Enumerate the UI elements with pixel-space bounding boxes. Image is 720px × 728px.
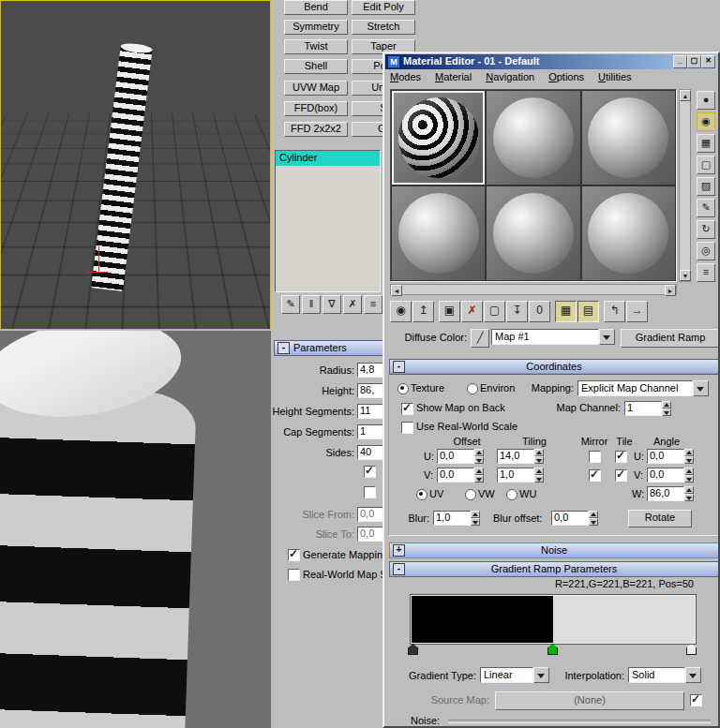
go-to-parent-button[interactable]: ↰: [604, 301, 625, 322]
diffuse-map-dropdown[interactable]: Map #1: [491, 329, 615, 345]
mapping-dropdown[interactable]: Explicit Map Channel: [578, 380, 709, 396]
rotate-button[interactable]: Rotate: [628, 510, 692, 527]
slots-vertical-scrollbar[interactable]: ▲ ▼: [679, 89, 691, 282]
material-map-navigator-button[interactable]: ≡: [697, 263, 715, 282]
v-mirror-checkbox[interactable]: [589, 469, 601, 482]
source-map-button[interactable]: (None): [495, 691, 684, 710]
sample-slot-5[interactable]: [487, 186, 579, 280]
vw-radio[interactable]: [465, 489, 476, 500]
close-button[interactable]: ✕: [701, 55, 715, 68]
show-end-result-button[interactable]: ‖: [302, 295, 321, 314]
texture-radio[interactable]: [398, 383, 409, 394]
modifier-stack-item-cylinder[interactable]: Cylinder: [276, 151, 380, 166]
spinner-arrows-icon[interactable]: [589, 511, 598, 526]
dropdown-arrow-icon[interactable]: [685, 667, 701, 683]
use-real-world-scale-checkbox[interactable]: [401, 422, 413, 434]
u-offset-spinner[interactable]: 0,0: [437, 449, 484, 464]
reset-map-button[interactable]: ✗: [461, 301, 483, 322]
modifier-button-bend[interactable]: Bend: [284, 0, 348, 15]
background-button[interactable]: ▦: [697, 134, 715, 153]
assign-material-to-selection-button[interactable]: ▣: [439, 301, 460, 322]
make-material-copy-button[interactable]: ▢: [484, 301, 505, 322]
minimize-button[interactable]: _: [673, 55, 687, 68]
scroll-right-icon[interactable]: ►: [665, 285, 676, 296]
modifier-button-ffd-2x2x2[interactable]: FFD 2x2x2: [284, 122, 348, 137]
material-editor-titlebar[interactable]: M Material Editor - 01 - Default: [385, 54, 717, 69]
smooth-checkbox[interactable]: [364, 466, 376, 478]
put-material-to-scene-button[interactable]: ↥: [412, 301, 434, 322]
show-map-on-back-checkbox[interactable]: [401, 403, 413, 415]
show-end-result-toggle-button[interactable]: ▤: [578, 301, 599, 322]
v-offset-spinner[interactable]: 0,0: [437, 468, 484, 483]
modifier-button-stretch[interactable]: Stretch: [352, 20, 415, 35]
spinner-arrows-icon[interactable]: [684, 486, 694, 501]
environ-radio[interactable]: [467, 383, 478, 394]
spinner-arrows-icon[interactable]: [534, 449, 544, 464]
v-tiling-spinner[interactable]: 1,0: [497, 468, 544, 483]
sample-uv-tiling-button[interactable]: ▢: [697, 156, 715, 174]
spinner-arrows-icon[interactable]: [474, 449, 484, 464]
viewport-closeup[interactable]: [0, 331, 272, 728]
interpolation-dropdown[interactable]: Solid: [628, 667, 701, 683]
slice-on-checkbox[interactable]: [364, 486, 376, 498]
noise-rollout-header[interactable]: + Noise: [389, 542, 719, 558]
v-tile-checkbox[interactable]: [615, 469, 627, 482]
make-unique-button[interactable]: ∇: [322, 295, 341, 314]
gradient-ramp-rollout-header[interactable]: - Gradient Ramp Parameters: [389, 561, 719, 577]
video-color-check-button[interactable]: ▨: [697, 177, 715, 196]
modifier-button-shell[interactable]: Shell: [284, 59, 348, 74]
v-angle-spinner[interactable]: 0,0: [647, 468, 694, 483]
spinner-arrows-icon[interactable]: [474, 468, 484, 483]
pick-color-eyedropper-icon[interactable]: ╱: [471, 329, 489, 348]
remove-modifier-button[interactable]: ✗: [343, 295, 362, 314]
sample-slot-1[interactable]: [392, 91, 485, 185]
modifier-stack-list[interactable]: Cylinder: [275, 150, 381, 292]
make-preview-button[interactable]: ✎: [697, 199, 715, 217]
sample-slot-3[interactable]: [582, 91, 675, 185]
spinner-arrows-icon[interactable]: [534, 468, 544, 483]
gradient-stop-left[interactable]: [408, 644, 418, 655]
spinner-arrows-icon[interactable]: [684, 449, 694, 464]
uv-radio[interactable]: [416, 489, 428, 500]
modifier-button-edit-poly[interactable]: Edit Poly: [352, 0, 415, 15]
u-angle-spinner[interactable]: 0,0: [647, 449, 694, 464]
u-tile-checkbox[interactable]: [615, 451, 627, 463]
blur-spinner[interactable]: 1,0: [433, 511, 480, 526]
scroll-left-icon[interactable]: ◄: [391, 285, 402, 296]
u-tiling-spinner[interactable]: 14,0: [497, 449, 544, 464]
menu-navigation[interactable]: Navigation: [486, 71, 534, 86]
scroll-down-icon[interactable]: ▼: [680, 270, 691, 281]
sample-type-button[interactable]: ●: [697, 91, 715, 110]
backlight-button[interactable]: ◉: [697, 112, 715, 131]
menu-utilities[interactable]: Utilities: [598, 71, 631, 86]
wu-radio[interactable]: [506, 489, 518, 500]
collapse-icon[interactable]: -: [278, 342, 290, 354]
maximize-button[interactable]: ▢: [687, 55, 701, 68]
modifier-button-symmetry[interactable]: Symmetry: [284, 20, 348, 35]
menu-options[interactable]: Options: [548, 71, 584, 86]
sample-slot-4[interactable]: [392, 186, 485, 280]
modifier-button-twist[interactable]: Twist: [284, 39, 348, 54]
material-id-channel-button[interactable]: 0: [529, 301, 550, 322]
select-by-material-button[interactable]: ◎: [697, 242, 715, 260]
sample-slot-2[interactable]: [487, 91, 579, 185]
gradient-ramp-type-button[interactable]: Gradient Ramp: [621, 329, 720, 348]
dropdown-arrow-icon[interactable]: [599, 329, 615, 345]
gradient-stop-right[interactable]: [686, 644, 697, 655]
u-mirror-checkbox[interactable]: [589, 451, 601, 463]
show-map-in-viewport-button[interactable]: ▦: [555, 301, 577, 322]
pin-stack-button[interactable]: ✎: [281, 295, 300, 314]
spinner-arrows-icon[interactable]: [471, 511, 480, 526]
menu-material[interactable]: Material: [435, 71, 472, 86]
viewport-perspective[interactable]: [0, 0, 271, 330]
w-angle-spinner[interactable]: 86,0: [647, 486, 694, 501]
go-forward-to-sibling-button[interactable]: →: [626, 301, 648, 322]
real-world-map-checkbox[interactable]: [288, 569, 300, 581]
blur-offset-spinner[interactable]: 0,0: [551, 511, 598, 526]
generate-mapping-checkbox[interactable]: [288, 549, 300, 561]
gradient-type-dropdown[interactable]: Linear: [480, 667, 549, 683]
gradient-ramp-bar[interactable]: [411, 595, 696, 644]
gradient-stop-selected[interactable]: [548, 644, 558, 655]
put-to-library-button[interactable]: ↧: [506, 301, 528, 322]
spinner-arrows-icon[interactable]: [684, 468, 694, 483]
